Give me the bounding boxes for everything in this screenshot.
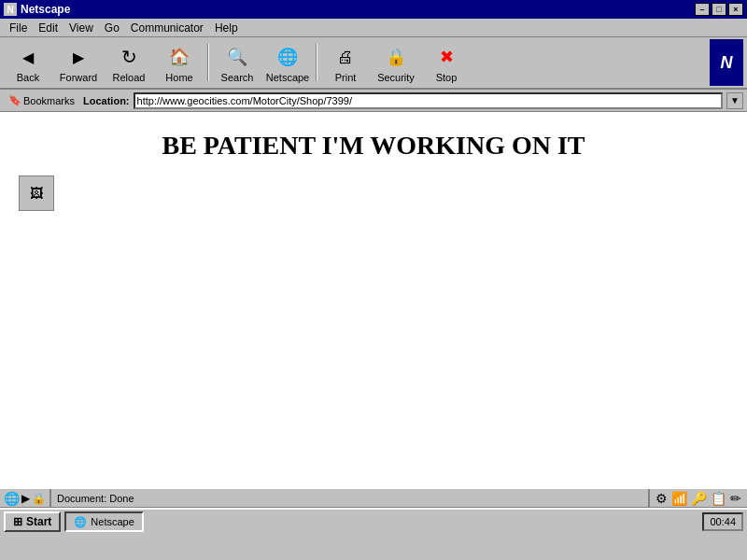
home-label: Home [165,72,192,83]
location-label: Location: [83,95,130,106]
reload-button[interactable]: Reload [105,39,153,86]
minimize-button[interactable]: – [695,3,710,16]
status-icons-right: ⚙ 📶 🔑 📋 ✏ [650,489,747,507]
title-bar: N Netscape – □ × [0,0,747,19]
taskbar: ⊞ Start 🌐 Netscape 00:44 [0,508,747,534]
content-area: BE PATIENT I'M WORKING ON IT 🖼 [0,112,747,487]
menu-bar: File Edit View Go Communicator Help [0,19,747,37]
forward-label: Forward [60,72,97,83]
toolbar: Back Forward Reload Home Search Netscape… [0,37,747,90]
print-button[interactable]: Print [321,39,370,86]
home-icon [164,42,194,72]
title-bar-left: N Netscape [4,3,70,16]
menu-communicator[interactable]: Communicator [125,20,209,36]
close-button[interactable]: × [728,3,743,16]
location-bar: 🔖 Bookmarks Location: ▼ [0,90,747,112]
menu-help[interactable]: Help [209,20,244,36]
start-label: Start [26,515,51,528]
page-heading: BE PATIENT I'M WORKING ON IT [19,131,728,161]
search-icon [222,42,252,72]
status-arrow-icon: ▶ [21,492,30,505]
back-icon [13,42,43,72]
home-button[interactable]: Home [155,39,204,86]
status-icon-1: ⚙ [655,491,668,506]
netscape-button[interactable]: Netscape [263,39,312,86]
taskbar-netscape[interactable]: 🌐 Netscape [64,511,143,532]
print-label: Print [335,72,357,83]
print-icon [331,42,360,72]
start-button[interactable]: ⊞ Start [4,511,61,532]
menu-go[interactable]: Go [99,20,125,36]
status-icon-2: 📶 [671,491,687,506]
start-icon: ⊞ [13,515,22,528]
netscape-logo: N [710,39,743,86]
stop-icon [431,42,461,72]
search-button[interactable]: Search [213,39,261,86]
search-label: Search [221,72,254,83]
bookmarks-button[interactable]: 🔖 Bookmarks [4,92,79,108]
status-icon-3: 🔑 [691,491,707,506]
menu-edit[interactable]: Edit [33,20,63,36]
status-icons-left: 🌐 ▶ 🔒 [0,489,51,507]
security-label: Security [377,72,415,83]
stop-label: Stop [436,72,458,83]
stop-button[interactable]: Stop [422,39,471,86]
menu-view[interactable]: View [63,20,99,36]
status-globe-icon: 🌐 [4,491,20,506]
bookmarks-icon: 🔖 [8,94,21,106]
security-button[interactable]: Security [372,39,420,86]
bookmarks-label: Bookmarks [23,95,75,106]
app-icon: N [4,3,17,16]
status-icon-5: ✏ [730,491,741,506]
forward-button[interactable]: Forward [54,39,103,86]
back-label: Back [17,72,39,83]
forward-icon [63,42,93,72]
status-bar: 🌐 ▶ 🔒 Document: Done ⚙ 📶 🔑 📋 ✏ [0,487,747,508]
location-input[interactable] [134,92,723,109]
netscape-label: Netscape [266,72,309,83]
clock: 00:44 [702,512,743,531]
taskbar-netscape-icon: 🌐 [74,516,87,528]
title-bar-controls: – □ × [695,3,743,16]
location-dropdown[interactable]: ▼ [726,92,743,109]
status-lock-icon: 🔒 [32,492,46,505]
status-icon-4: 📋 [711,491,726,506]
reload-label: Reload [113,72,146,83]
toolbar-separator-2 [316,44,317,81]
broken-image-icon: 🖼 [30,186,43,201]
broken-image: 🖼 [19,175,54,211]
window-title: Netscape [21,3,70,16]
reload-icon [114,42,144,72]
menu-file[interactable]: File [4,20,33,36]
status-text: Document: Done [51,489,650,507]
netscape-nav-icon [273,42,303,72]
toolbar-separator-1 [207,44,209,81]
security-icon [381,42,411,72]
taskbar-netscape-label: Netscape [91,516,134,527]
back-button[interactable]: Back [4,39,52,86]
maximize-button[interactable]: □ [712,3,726,16]
